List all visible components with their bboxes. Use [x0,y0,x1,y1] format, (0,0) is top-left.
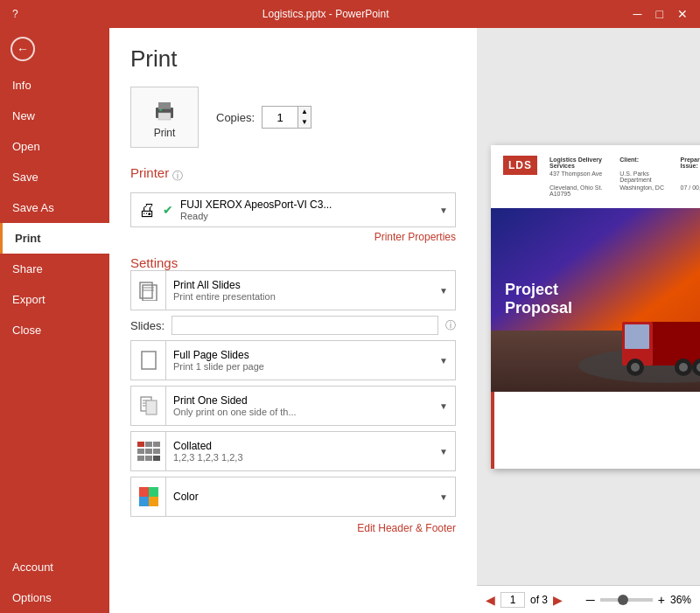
sidebar-item-info[interactable]: Info [0,70,109,101]
slide-project-text: Project Proposal [505,281,572,318]
printer-name-area: FUJI XEROX ApeosPort-VI C3... Ready [180,199,432,221]
setting4-arrow: ▼ [432,447,455,456]
col1-row1: 437 Thompson Ave [546,170,616,184]
slide-header-table: Logistics Delivery Services Client: Prep… [546,156,700,198]
back-button[interactable]: ← [0,28,109,70]
main-layout: ← Info New Open Save Save As Print Share… [0,28,700,613]
printer-dropdown[interactable]: 🖨 ✔ FUJI XEROX ApeosPort-VI C3... Ready … [130,192,456,227]
print-button-label: Print [154,127,176,139]
copies-label: Copies: [216,111,255,124]
slide-card: LDS Logistics Delivery Services Client: … [491,145,700,469]
sidebar-item-print[interactable]: Print [0,223,109,254]
printer-status: Ready [180,211,432,221]
slide-preview-area: LDS Logistics Delivery Services Client: … [477,28,700,585]
sidebar-item-close[interactable]: Close [0,315,109,345]
print-all-slides-sub: Print entire presentation [173,291,425,302]
slides-icon [138,280,159,301]
current-page-input[interactable] [500,592,525,608]
close-button[interactable]: ✕ [672,5,693,23]
print-title: Print [130,45,456,73]
project-line1: Project [505,281,572,300]
setting1-arrow: ▼ [432,286,455,296]
col3-row1 [677,170,700,184]
sidebar-item-save-as[interactable]: Save As [0,192,109,223]
preview-panel: LDS Logistics Delivery Services Client: … [477,28,700,613]
collated-main: Collated [173,440,425,452]
settings-section-header: Settings [130,255,178,270]
copies-up-button[interactable]: ▲ [298,107,311,117]
collated-setting[interactable]: Collated 1,2,3 1,2,3 1,2,3 ▼ [130,431,456,471]
sidebar-item-new[interactable]: New [0,101,109,131]
copies-down-button[interactable]: ▼ [298,117,311,128]
restore-button[interactable]: □ [651,5,668,23]
print-one-sided-text: Print One Sided Only print on one side o… [166,391,432,421]
full-page-slides-setting[interactable]: Full Page Slides Print 1 slide per page … [130,340,456,380]
svg-rect-2 [158,113,171,120]
zoom-thumb[interactable] [618,595,628,605]
page-nav: ◀ of 3 ▶ [486,592,563,608]
sidebar-item-share[interactable]: Share [0,254,109,284]
setting3-arrow: ▼ [432,401,455,411]
slide-header: LDS Logistics Delivery Services Client: … [491,145,700,205]
svg-rect-9 [142,352,156,369]
svg-rect-14 [146,401,157,414]
sidebar-item-open[interactable]: Open [0,131,109,162]
slides-info-icon[interactable]: ⓘ [445,318,456,333]
sidebar-item-export[interactable]: Export [0,284,109,315]
printer-dropdown-arrow: ▼ [439,205,448,215]
sidebar-item-account[interactable]: Account [0,552,109,582]
col1-row2: Cleveland, Ohio St. A10795 [546,184,616,198]
sidebar-item-save[interactable]: Save [0,162,109,192]
print-one-sided-icon [131,387,166,425]
print-one-sided-main: Print One Sided [173,394,425,407]
copies-spinbox[interactable]: 1 ▲ ▼ [262,106,312,129]
print-one-sided-setting[interactable]: Print One Sided Only print on one side o… [130,386,456,426]
window-title: Logistics.pptx - PowerPoint [24,8,628,20]
printer-icon-small: 🖨 [138,200,156,220]
help-button[interactable]: ? [7,6,24,22]
print-button[interactable]: Print [130,87,199,148]
full-page-icon [138,350,159,371]
printer-info-icon[interactable]: ⓘ [172,169,183,184]
printer-section-header: Printer [130,165,169,180]
zoom-track[interactable] [600,598,653,602]
edit-header-footer-link[interactable]: Edit Header & Footer [130,522,456,534]
full-page-slides-text: Full Page Slides Print 1 slide per page [166,345,432,375]
svg-point-24 [679,363,688,372]
col2-header: Client: [616,156,676,170]
slides-input[interactable] [172,316,438,335]
sidebar-item-options[interactable]: Options [0,582,109,613]
zoom-bar: ─ + 36% [586,593,691,607]
printer-properties-link[interactable]: Printer Properties [130,231,456,243]
print-one-sided-sub: Only print on one side of th... [173,407,425,417]
svg-rect-3 [159,109,162,111]
content-area: Print Print Copies: 1 [109,28,700,613]
slides-label: Slides: [130,319,164,332]
next-page-button[interactable]: ▶ [553,593,563,607]
svg-point-22 [631,363,640,372]
minimize-button[interactable]: ─ [628,5,648,23]
collated-text: Collated 1,2,3 1,2,3 1,2,3 [166,436,432,466]
copies-input[interactable]: 1 [262,107,298,128]
color-text: Color [166,487,432,506]
sidebar: ← Info New Open Save Save As Print Share… [0,28,109,613]
color-setting[interactable]: Color ▼ [130,477,456,517]
page-of-text: of 3 [530,594,548,606]
back-icon: ← [10,37,35,61]
settings-section: Settings Print All Slides Print entire [130,255,456,534]
print-all-slides-main: Print All Slides [173,279,425,291]
title-bar: ? Logistics.pptx - PowerPoint ─ □ ✕ [0,0,700,28]
full-page-slides-main: Full Page Slides [173,349,425,361]
col3-header: Prepared Issue: [677,156,700,170]
collated-sub: 1,2,3 1,2,3 1,2,3 [173,452,425,463]
full-page-slides-sub: Print 1 slide per page [173,361,425,372]
collated-lines [136,440,162,463]
print-all-slides-setting[interactable]: Print All Slides Print entire presentati… [130,270,456,310]
zoom-in-button[interactable]: + [658,593,665,607]
window-controls: ─ □ ✕ [628,5,693,23]
preview-bottom-bar: ◀ of 3 ▶ ─ + 36% [477,585,700,613]
setting5-arrow: ▼ [432,492,455,502]
color-squares [139,487,158,506]
zoom-out-button[interactable]: ─ [586,593,595,607]
prev-page-button[interactable]: ◀ [486,593,495,607]
